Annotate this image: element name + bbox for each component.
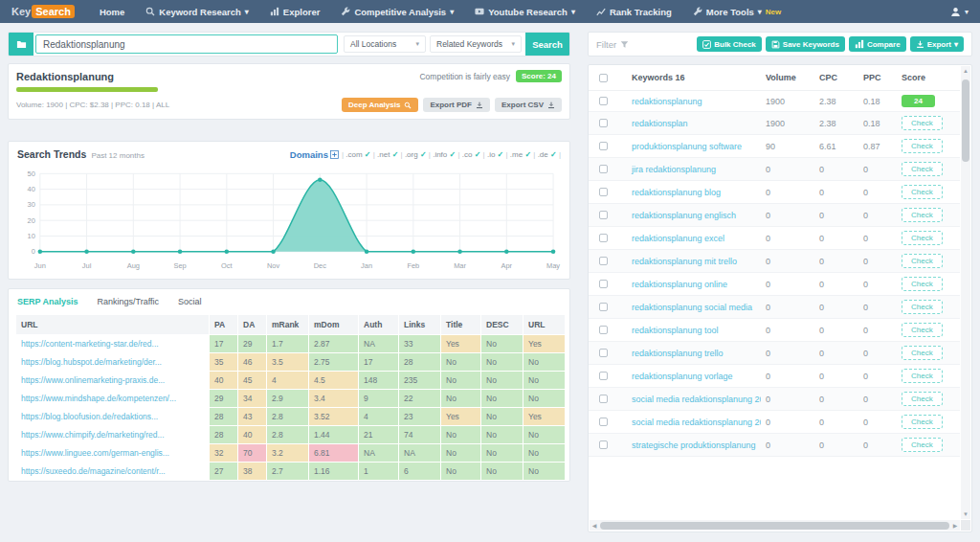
domain-toggle-com[interactable]: .com ✓ <box>345 150 373 159</box>
serp-url-link[interactable]: https://blog.hubspot.de/marketing/der... <box>21 357 162 367</box>
row-checkbox[interactable] <box>599 349 608 357</box>
keyword-link[interactable]: redaktionsplanung social media <box>632 303 752 312</box>
save-keywords-button[interactable]: Save Keywords <box>766 36 845 52</box>
keyword-link[interactable]: social media redaktionsplanung 2020 <box>632 418 761 427</box>
check-button[interactable]: Check <box>902 300 943 314</box>
keyword-link[interactable]: social media redaktionsplanung 2019 <box>632 395 761 404</box>
row-checkbox[interactable] <box>599 165 608 173</box>
check-button[interactable]: Check <box>902 231 943 245</box>
user-menu[interactable]: ▾ <box>950 7 969 17</box>
serp-url-link[interactable]: https://content-marketing-star.de/red... <box>21 339 159 349</box>
row-checkbox[interactable] <box>599 440 608 449</box>
domains-label[interactable]: Domains <box>290 149 339 160</box>
domain-toggle-io[interactable]: .io ✓ <box>487 150 506 159</box>
serp-url-link[interactable]: https://www.mindshape.de/kompetenzen/... <box>21 394 176 403</box>
scroll-up-arrow[interactable]: ▲ <box>961 66 970 76</box>
serp-url-link[interactable]: https://www.linguee.com/german-englis... <box>21 448 169 458</box>
select-all-checkbox[interactable] <box>599 74 608 82</box>
row-checkbox[interactable] <box>599 142 608 150</box>
nav-item-youtube-research[interactable]: Youtube Research▾ <box>475 7 575 17</box>
keyword-link[interactable]: redaktionsplanung englisch <box>632 211 736 220</box>
nav-item-explorer[interactable]: Explorer <box>270 7 321 17</box>
keyword-link[interactable]: redaktionsplanung trello <box>632 349 724 358</box>
scroll-left-arrow[interactable]: ◀ <box>590 522 599 529</box>
nav-item-rank-tracking[interactable]: Rank Tracking <box>596 7 672 17</box>
check-button[interactable]: Check <box>902 277 943 291</box>
keyword-link[interactable]: jira redaktionsplanung <box>632 165 716 174</box>
row-checkbox[interactable] <box>599 257 608 265</box>
search-button[interactable]: Search <box>525 33 569 56</box>
nav-item-keyword-research[interactable]: Keyword Research▾ <box>145 7 249 17</box>
filter-control[interactable]: Filter <box>596 39 629 50</box>
check-button[interactable]: Check <box>902 116 943 130</box>
keyword-link[interactable]: redaktionsplanung blog <box>632 188 721 197</box>
keyword-type-select[interactable]: Related Keywords ▾ <box>430 35 522 53</box>
row-checkbox[interactable] <box>599 280 608 288</box>
row-checkbox[interactable] <box>599 188 608 196</box>
serp-url-link[interactable]: https://www.chimpify.de/marketing/red... <box>21 430 165 440</box>
check-button[interactable]: Check <box>902 139 943 153</box>
serp-url-link[interactable]: https://blog.bloofusion.de/redaktions... <box>21 412 158 421</box>
check-button[interactable]: Check <box>902 254 943 268</box>
nav-item-more-tools[interactable]: More Tools▾New <box>693 7 781 17</box>
nav-item-home[interactable]: Home <box>100 7 124 17</box>
horizontal-scroll-thumb[interactable] <box>600 522 949 530</box>
tab-rankings-traffic[interactable]: Rankings/Traffic <box>98 297 160 306</box>
volume-value: 0 <box>761 158 814 181</box>
serp-url-link[interactable]: https://www.onlinemarketing-praxis.de... <box>21 375 165 385</box>
vertical-scrollbar[interactable]: ▲ ▼ <box>961 66 970 519</box>
scroll-right-arrow[interactable]: ▶ <box>950 522 960 529</box>
row-checkbox[interactable] <box>599 326 608 334</box>
horizontal-scrollbar[interactable]: ◀ ▶ <box>590 520 960 531</box>
row-checkbox[interactable] <box>599 418 608 426</box>
keyword-link[interactable]: redaktionsplanung excel <box>632 234 724 243</box>
domain-toggle-info[interactable]: .info ✓ <box>433 150 457 159</box>
row-checkbox[interactable] <box>599 395 608 403</box>
keyword-link[interactable]: redaktionsplan <box>632 119 688 128</box>
tab-serp-analysis[interactable]: SERP Analysis <box>17 297 78 306</box>
row-checkbox[interactable] <box>599 372 608 380</box>
check-button[interactable]: Check <box>902 346 943 360</box>
check-button[interactable]: Check <box>902 369 943 383</box>
domain-toggle-co[interactable]: .co ✓ <box>462 150 483 159</box>
domain-toggle-de[interactable]: .de ✓ <box>538 150 559 159</box>
domain-toggle-me[interactable]: .me ✓ <box>510 150 534 159</box>
export-button[interactable]: Export▾ <box>910 36 964 52</box>
saved-lists-button[interactable] <box>9 33 33 56</box>
check-button[interactable]: Check <box>902 415 943 429</box>
keyword-link[interactable]: redaktionsplanung tool <box>632 326 719 335</box>
row-checkbox[interactable] <box>599 211 608 219</box>
serp-url-link[interactable]: https://suxeedo.de/magazine/content/r... <box>21 466 166 476</box>
keyword-link[interactable]: produktionsplanung software <box>632 142 742 151</box>
vertical-scroll-thumb[interactable] <box>962 79 969 162</box>
check-button[interactable]: Check <box>902 392 943 406</box>
domain-toggle-org[interactable]: .org ✓ <box>405 150 429 159</box>
check-button[interactable]: Check <box>902 438 943 452</box>
app-logo[interactable]: Key Search <box>11 5 75 18</box>
nav-item-competitive-analysis[interactable]: Competitive Analysis▾ <box>341 7 454 17</box>
export-pdf-button[interactable]: Export PDF <box>423 98 490 112</box>
check-button[interactable]: Check <box>902 185 943 199</box>
check-button[interactable]: Check <box>902 323 943 337</box>
keyword-link[interactable]: strategische produktionsplanung <box>632 440 756 450</box>
deep-analysis-button[interactable]: Deep Analysis <box>342 98 418 112</box>
row-checkbox[interactable] <box>599 97 608 105</box>
bulk-check-button[interactable]: Bulk Check <box>697 36 762 52</box>
keyword-link[interactable]: redaktionsplanung vorlage <box>632 372 733 381</box>
check-button[interactable]: Check <box>902 208 943 222</box>
location-select[interactable]: All Locations ▾ <box>344 35 426 53</box>
keyword-link[interactable]: redaktionsplanung <box>632 97 702 106</box>
row-checkbox[interactable] <box>599 234 608 242</box>
keyword-search-input[interactable] <box>35 34 338 54</box>
keyword-link[interactable]: redaktionsplanung online <box>632 280 727 289</box>
tab-social[interactable]: Social <box>178 297 202 306</box>
scroll-down-arrow[interactable]: ▼ <box>961 509 970 519</box>
compare-button[interactable]: Compare <box>849 36 906 52</box>
location-select-value: All Locations <box>350 39 396 49</box>
row-checkbox[interactable] <box>599 303 608 311</box>
export-csv-button[interactable]: Export CSV <box>495 98 562 112</box>
keyword-link[interactable]: redaktionsplanung mit trello <box>632 257 737 266</box>
check-button[interactable]: Check <box>902 162 943 176</box>
domain-toggle-net[interactable]: .net ✓ <box>377 150 401 159</box>
row-checkbox[interactable] <box>599 119 608 127</box>
